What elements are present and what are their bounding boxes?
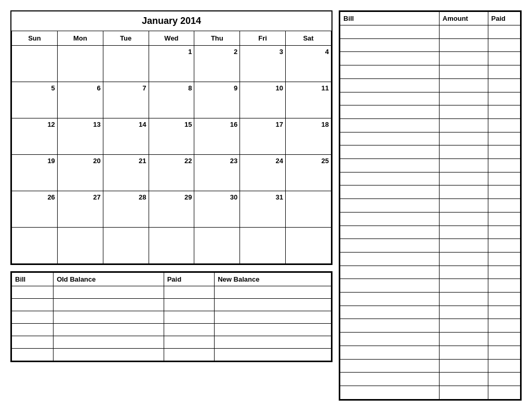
- bills-right-cell: [439, 199, 488, 213]
- bills-right-row: [340, 199, 521, 213]
- bills-right-cell: [488, 373, 520, 386]
- calendar-day-cell: 2: [194, 46, 240, 82]
- bills-right-cell: [340, 172, 440, 185]
- bills-right-cell: [488, 172, 520, 185]
- bills-right-cell: [439, 185, 488, 199]
- bills-right-cell: [340, 78, 440, 92]
- calendar-day-cell: 10: [240, 82, 286, 118]
- calendar-day-cell: 7: [103, 82, 149, 118]
- bills-tracker-header: BillOld BalancePaidNew Balance: [12, 273, 331, 286]
- bills-right-row: [340, 293, 521, 306]
- bills-right-cell: [340, 359, 440, 373]
- bills-right-cell: [340, 279, 440, 293]
- bills-tracker-cell: [12, 286, 54, 299]
- calendar-day-cell: 20: [57, 155, 103, 191]
- calendar-day-cell: 1: [149, 46, 194, 82]
- calendar-day-cell: 19: [12, 155, 58, 191]
- calendar-day-cell: 31: [240, 191, 286, 228]
- bills-right-bill-header: Bill: [340, 12, 440, 25]
- bills-right-cell: [340, 346, 440, 359]
- bills-tracker-cell: [54, 299, 164, 311]
- bills-right-row: [340, 306, 521, 319]
- bills-right-cell: [340, 25, 440, 39]
- bills-right-row: [340, 52, 521, 65]
- bills-tracker-cell: [164, 299, 215, 311]
- bills-right-cell: [488, 38, 520, 52]
- calendar-day-cell: 9: [194, 82, 240, 118]
- bills-right-cell: [340, 118, 440, 132]
- calendar-week-row: 567891011: [12, 82, 331, 118]
- bills-right-cell: [488, 226, 520, 239]
- calendar-body: 1234567891011121314151617181920212223242…: [12, 46, 331, 264]
- bills-right-cell: [439, 386, 488, 399]
- bills-right-cell: [439, 25, 488, 39]
- calendar-day-cell: 6: [57, 82, 103, 118]
- bills-right-cell: [439, 38, 488, 52]
- bills-right-row: [340, 105, 521, 119]
- bills-right-body: [340, 25, 521, 400]
- bills-right-row: [340, 78, 521, 92]
- calendar-day-cell: [240, 228, 286, 264]
- bills-right-cell: [488, 185, 520, 199]
- bills-right-cell: [439, 373, 488, 386]
- bills-right-cell: [488, 159, 520, 173]
- calendar-day-cell: [57, 46, 103, 82]
- bills-right-cell: [488, 145, 520, 159]
- calendar-day-cell: 17: [240, 118, 286, 155]
- bills-right-cell: [488, 199, 520, 213]
- bills-tracker-row: [12, 336, 331, 349]
- bills-right-cell: [439, 132, 488, 145]
- calendar-day-cell: 30: [194, 191, 240, 228]
- bills-tracker-col-header: Old Balance: [54, 273, 164, 286]
- bills-right-cell: [439, 65, 488, 79]
- bills-right-row: [340, 172, 521, 185]
- bills-tracker-cell: [12, 336, 54, 349]
- bills-right-row: [340, 266, 521, 279]
- bills-right-cell: [439, 212, 488, 226]
- bills-right-cell: [439, 172, 488, 185]
- bills-right-cell: [340, 386, 440, 399]
- calendar-day-cell: 11: [286, 82, 331, 118]
- bills-tracker-cell: [215, 299, 331, 311]
- bills-tracker-cell: [164, 324, 215, 336]
- calendar-day-cell: 13: [57, 118, 103, 155]
- bills-right-amount-header: Amount: [439, 12, 488, 25]
- calendar-day-cell: [57, 228, 103, 264]
- bills-right-row: [340, 185, 521, 199]
- bills-right-cell: [340, 105, 440, 119]
- bills-tracker-table: BillOld BalancePaidNew Balance: [11, 272, 331, 361]
- calendar-day-cell: 21: [103, 155, 149, 191]
- bills-tracker-cell: [215, 311, 331, 324]
- bills-tracker-cell: [215, 324, 331, 336]
- bills-tracker: BillOld BalancePaidNew Balance: [10, 271, 332, 362]
- calendar-day-cell: [12, 46, 58, 82]
- main-layout: January 2014 SunMonTueWedThuFriSat 12345…: [10, 10, 522, 401]
- calendar-day-cell: 26: [12, 191, 58, 228]
- calendar-day-cell: 8: [149, 82, 194, 118]
- bills-right-cell: [488, 78, 520, 92]
- bills-right-cell: [340, 266, 440, 279]
- bills-right-cell: [439, 118, 488, 132]
- calendar-day-cell: [194, 228, 240, 264]
- bills-tracker-cell: [12, 349, 54, 361]
- day-of-week-header: Sat: [286, 31, 331, 46]
- bills-right-cell: [340, 306, 440, 319]
- bills-right-cell: [340, 92, 440, 105]
- bills-tracker-body: [12, 286, 331, 361]
- bills-right-row: [340, 252, 521, 266]
- bills-right-row: [340, 239, 521, 253]
- bills-right-cell: [340, 239, 440, 253]
- bills-right-row: [340, 359, 521, 373]
- bills-tracker-cell: [54, 286, 164, 299]
- bills-right-cell: [439, 306, 488, 319]
- bills-right-cell: [340, 38, 440, 52]
- calendar-container: January 2014 SunMonTueWedThuFriSat 12345…: [10, 10, 332, 265]
- bills-tracker-cell: [54, 336, 164, 349]
- bills-right-cell: [439, 279, 488, 293]
- calendar-day-cell: 18: [286, 118, 331, 155]
- bills-tracker-cell: [54, 324, 164, 336]
- bills-right-cell: [439, 346, 488, 359]
- bills-right-cell: [488, 386, 520, 399]
- calendar-day-cell: 24: [240, 155, 286, 191]
- bills-right-cell: [439, 92, 488, 105]
